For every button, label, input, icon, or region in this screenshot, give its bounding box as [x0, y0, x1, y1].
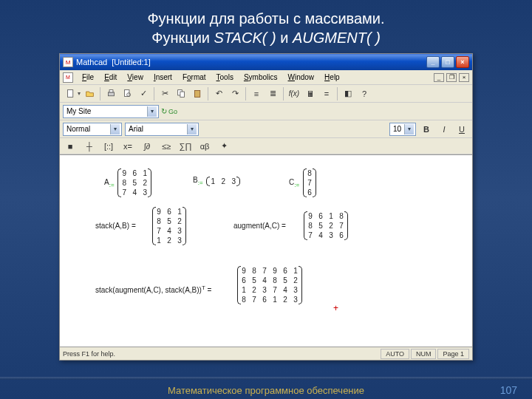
- new-dropdown[interactable]: ▾: [78, 90, 81, 97]
- symbolic-icon[interactable]: ✦: [216, 139, 231, 154]
- status-page: Page 1: [437, 349, 469, 359]
- go-button[interactable]: ↻Go: [162, 104, 177, 119]
- menu-window[interactable]: Window: [284, 72, 319, 83]
- calculus-icon[interactable]: ∫∂: [140, 139, 154, 154]
- component-button[interactable]: ◧: [341, 86, 355, 101]
- programming-icon[interactable]: ∑∏: [178, 139, 193, 154]
- help-button[interactable]: ?: [357, 86, 372, 101]
- matrix-a-def: A:= 961852743: [104, 168, 151, 197]
- mdi-minimize[interactable]: _: [434, 73, 444, 82]
- greek-icon[interactable]: αβ: [197, 139, 212, 154]
- augment-expr: augment(A,C) =: [233, 222, 286, 230]
- svg-rect-2: [109, 90, 113, 92]
- print-button[interactable]: [103, 86, 118, 101]
- svg-rect-7: [194, 90, 200, 97]
- unit-button[interactable]: 🖩: [303, 86, 318, 101]
- graph-icon[interactable]: ┼: [82, 139, 97, 154]
- worksheet[interactable]: A:= 961852743 B:= 123 C:= 876 stack(A,B)…: [60, 154, 472, 347]
- combined-expr: stack(augment(A,C), stack(A,B))T =: [95, 284, 211, 294]
- footer-divider: [0, 377, 532, 380]
- fx-button[interactable]: f(x): [287, 86, 301, 101]
- new-button[interactable]: [63, 86, 78, 101]
- style-combo[interactable]: Normal: [63, 123, 122, 136]
- menubar: M File Edit View Insert Format Tools Sym…: [60, 70, 472, 85]
- close-button[interactable]: ×: [456, 56, 469, 68]
- copy-button[interactable]: [174, 86, 188, 101]
- check-button[interactable]: ✓: [136, 86, 151, 101]
- toolbar-math: ■ ┼ [::] x= ∫∂ ≤≥ ∑∏ αβ ✦: [60, 138, 472, 154]
- augment-result: 961885277436: [304, 211, 348, 240]
- slide-title: Функции для работы с массивами. Функции …: [0, 0, 532, 53]
- app-icon: M: [63, 57, 73, 67]
- menu-help[interactable]: Help: [320, 72, 344, 83]
- svg-rect-1: [108, 92, 114, 96]
- matrix-icon[interactable]: [::]: [101, 139, 116, 154]
- paste-button[interactable]: [190, 86, 205, 101]
- menu-tools[interactable]: Tools: [212, 72, 238, 83]
- page-number: 107: [500, 384, 517, 396]
- preview-button[interactable]: [120, 86, 134, 101]
- svg-rect-6: [180, 92, 184, 97]
- mdi-restore[interactable]: ❐: [446, 73, 457, 82]
- matrix-c-def: C:= 876: [289, 168, 316, 197]
- toolbar-main: ▾ ✓ ✂ ↶ ↷ ≡ ≣ f(x) 🖩 = ◧ ?: [60, 85, 472, 103]
- calculator-icon[interactable]: ■: [63, 139, 78, 154]
- doc-icon: M: [63, 72, 73, 83]
- titlebar[interactable]: M Mathcad [Untitled:1] _ □ ×: [60, 54, 472, 70]
- minimize-button[interactable]: _: [426, 56, 440, 68]
- underline-button[interactable]: U: [454, 122, 469, 137]
- combined-result: 987961654852123743876123: [237, 266, 302, 304]
- status-help: Press F1 for help.: [63, 350, 115, 358]
- align-button[interactable]: ≡: [249, 86, 264, 101]
- size-combo[interactable]: 10: [389, 123, 416, 136]
- menu-format[interactable]: Format: [178, 72, 211, 83]
- cut-button[interactable]: ✂: [157, 86, 172, 101]
- svg-rect-0: [67, 90, 72, 98]
- undo-button[interactable]: ↶: [211, 86, 226, 101]
- stack-result: 961852743123: [152, 207, 186, 245]
- stack-expr: stack(A,B) =: [95, 222, 136, 230]
- boolean-icon[interactable]: ≤≥: [159, 139, 174, 154]
- toolbar-format: Normal Arial 10 B I U: [60, 120, 472, 138]
- slide-footer: Математическое программное обеспечение 1…: [0, 381, 532, 399]
- doc-name: [Untitled:1]: [112, 58, 151, 66]
- site-combo[interactable]: My Site: [63, 105, 159, 118]
- eval-icon[interactable]: x=: [120, 139, 135, 154]
- open-button[interactable]: [82, 86, 97, 101]
- menu-edit[interactable]: Edit: [100, 72, 121, 83]
- maximize-button[interactable]: □: [441, 56, 454, 68]
- app-name: Mathcad: [76, 58, 107, 66]
- status-auto: AUTO: [381, 349, 409, 359]
- mdi-close[interactable]: ×: [459, 73, 469, 82]
- calc-button[interactable]: =: [319, 86, 334, 101]
- redo-button[interactable]: ↷: [228, 86, 242, 101]
- menu-view[interactable]: View: [123, 72, 148, 83]
- mathcad-window: M Mathcad [Untitled:1] _ □ × M File Edit…: [59, 53, 473, 361]
- align2-button[interactable]: ≣: [265, 86, 280, 101]
- menu-symbolics[interactable]: Symbolics: [239, 72, 282, 83]
- toolbar-web: My Site ↻Go: [60, 103, 472, 120]
- matrix-b-def: B:= 123: [193, 176, 240, 186]
- menu-file[interactable]: File: [78, 72, 98, 83]
- font-combo[interactable]: Arial: [125, 123, 199, 136]
- bold-button[interactable]: B: [419, 122, 434, 137]
- cursor-cross: +: [333, 303, 338, 313]
- italic-button[interactable]: I: [437, 122, 451, 137]
- status-num: NUM: [411, 349, 437, 359]
- footer-text: Математическое программное обеспечение: [168, 385, 364, 396]
- statusbar: Press F1 for help. AUTO NUM Page 1: [60, 347, 472, 360]
- menu-insert[interactable]: Insert: [149, 72, 177, 83]
